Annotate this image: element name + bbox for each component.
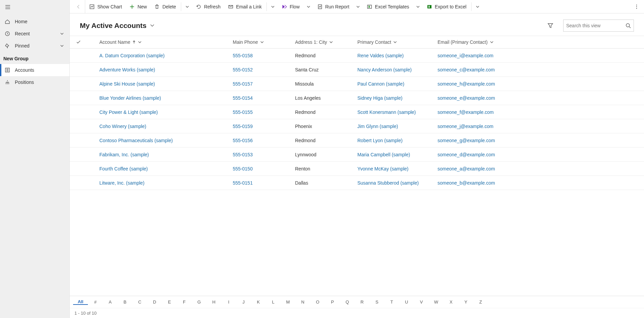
table-row[interactable]: A. Datum Corporation (sample)555-0158Red…: [70, 49, 644, 63]
column-account-name[interactable]: Account Name: [99, 39, 233, 45]
run-report-dropdown[interactable]: [353, 0, 363, 13]
jump-v[interactable]: V: [414, 299, 429, 305]
nav-pinned[interactable]: Pinned: [0, 40, 69, 52]
filter-button[interactable]: [544, 20, 556, 32]
email-link[interactable]: someone_d@example.com: [438, 152, 495, 157]
jump-k[interactable]: K: [251, 299, 266, 305]
jump-p[interactable]: P: [325, 299, 340, 305]
new-button[interactable]: New: [126, 0, 150, 13]
jump-i[interactable]: I: [221, 299, 236, 305]
table-row[interactable]: Alpine Ski House (sample)555-0157Missoul…: [70, 77, 644, 91]
email-link[interactable]: someone_a@example.com: [438, 166, 495, 171]
nav-accounts[interactable]: Accounts: [0, 64, 69, 76]
jump-t[interactable]: T: [384, 299, 399, 305]
account-name-link[interactable]: Contoso Pharmaceuticals (sample): [99, 138, 173, 143]
account-name-link[interactable]: Alpine Ski House (sample): [99, 81, 155, 87]
email-link[interactable]: someone_i@example.com: [438, 53, 493, 58]
jump-b[interactable]: B: [118, 299, 132, 305]
jump-g[interactable]: G: [192, 299, 206, 305]
nav-recent[interactable]: Recent: [0, 28, 69, 40]
table-row[interactable]: Coho Winery (sample)555-0159PhoenixJim G…: [70, 119, 644, 133]
contact-link[interactable]: Sidney Higa (sample): [357, 95, 402, 101]
jump-a[interactable]: A: [103, 299, 118, 305]
excel-templates-dropdown[interactable]: [413, 0, 423, 13]
contact-link[interactable]: Rene Valdes (sample): [357, 53, 404, 58]
search-box[interactable]: [563, 20, 634, 32]
hamburger-button[interactable]: [0, 0, 69, 15]
jump-#[interactable]: #: [88, 299, 103, 305]
contact-link[interactable]: Scott Konersmann (sample): [357, 109, 416, 115]
jump-e[interactable]: E: [162, 299, 177, 305]
email-link[interactable]: someone_f@example.com: [438, 109, 494, 115]
phone-link[interactable]: 555-0152: [233, 67, 253, 72]
contact-link[interactable]: Maria Campbell (sample): [357, 152, 410, 157]
email-link-dropdown[interactable]: [268, 0, 278, 13]
phone-link[interactable]: 555-0151: [233, 180, 253, 186]
delete-dropdown[interactable]: [183, 0, 192, 13]
refresh-button[interactable]: Refresh: [193, 0, 224, 13]
select-all-column[interactable]: [76, 39, 99, 45]
jump-x[interactable]: X: [444, 299, 458, 305]
jump-q[interactable]: Q: [340, 299, 355, 305]
table-row[interactable]: Litware, Inc. (sample)555-0151DallasSusa…: [70, 176, 644, 190]
jump-c[interactable]: C: [132, 299, 147, 305]
phone-link[interactable]: 555-0158: [233, 53, 253, 58]
jump-d[interactable]: D: [147, 299, 162, 305]
email-link-button[interactable]: Email a Link: [225, 0, 265, 13]
jump-n[interactable]: N: [295, 299, 310, 305]
view-selector[interactable]: My Active Accounts: [80, 22, 155, 30]
jump-r[interactable]: R: [355, 299, 369, 305]
account-name-link[interactable]: City Power & Light (sample): [99, 109, 158, 115]
phone-link[interactable]: 555-0153: [233, 152, 253, 157]
email-link[interactable]: someone_h@example.com: [438, 81, 495, 87]
phone-link[interactable]: 555-0157: [233, 81, 253, 87]
back-button[interactable]: [72, 0, 85, 13]
account-name-link[interactable]: Fourth Coffee (sample): [99, 166, 148, 171]
jump-w[interactable]: W: [429, 299, 444, 305]
email-link[interactable]: someone_j@example.com: [438, 124, 493, 129]
jump-u[interactable]: U: [399, 299, 414, 305]
overflow-button[interactable]: [631, 0, 642, 13]
jump-m[interactable]: M: [281, 299, 295, 305]
flow-button[interactable]: Flow: [278, 0, 303, 13]
contact-link[interactable]: Jim Glynn (sample): [357, 124, 398, 129]
table-row[interactable]: Fabrikam, Inc. (sample)555-0153LynnwoodM…: [70, 148, 644, 162]
email-link[interactable]: someone_e@example.com: [438, 95, 495, 101]
phone-link[interactable]: 555-0156: [233, 138, 253, 143]
phone-link[interactable]: 555-0154: [233, 95, 253, 101]
jump-l[interactable]: L: [266, 299, 281, 305]
export-excel-dropdown[interactable]: [473, 0, 482, 13]
account-name-link[interactable]: Coho Winery (sample): [99, 124, 146, 129]
table-row[interactable]: City Power & Light (sample)555-0155Redmo…: [70, 105, 644, 119]
contact-link[interactable]: Yvonne McKay (sample): [357, 166, 409, 171]
table-row[interactable]: Blue Yonder Airlines (sample)555-0154Los…: [70, 91, 644, 105]
jump-all[interactable]: All: [73, 299, 88, 305]
table-row[interactable]: Contoso Pharmaceuticals (sample)555-0156…: [70, 133, 644, 148]
nav-positions[interactable]: Positions: [0, 76, 69, 88]
phone-link[interactable]: 555-0150: [233, 166, 253, 171]
account-name-link[interactable]: Litware, Inc. (sample): [99, 180, 144, 186]
phone-link[interactable]: 555-0159: [233, 124, 253, 129]
email-link[interactable]: someone_c@example.com: [438, 67, 495, 72]
account-name-link[interactable]: Adventure Works (sample): [99, 67, 155, 72]
flow-dropdown[interactable]: [304, 0, 313, 13]
column-city[interactable]: Address 1: City: [295, 39, 357, 45]
column-main-phone[interactable]: Main Phone: [233, 39, 295, 45]
contact-link[interactable]: Robert Lyon (sample): [357, 138, 402, 143]
jump-j[interactable]: J: [236, 299, 251, 305]
email-link[interactable]: someone_g@example.com: [438, 138, 495, 143]
account-name-link[interactable]: Blue Yonder Airlines (sample): [99, 95, 161, 101]
contact-link[interactable]: Susanna Stubberod (sample): [357, 180, 419, 186]
jump-o[interactable]: O: [310, 299, 325, 305]
contact-link[interactable]: Paul Cannon (sample): [357, 81, 404, 87]
nav-home[interactable]: Home: [0, 15, 69, 28]
jump-z[interactable]: Z: [473, 299, 488, 305]
search-input[interactable]: [566, 23, 625, 28]
table-row[interactable]: Fourth Coffee (sample)555-0150RentonYvon…: [70, 162, 644, 176]
run-report-button[interactable]: Run Report: [314, 0, 353, 13]
show-chart-button[interactable]: Show Chart: [86, 0, 125, 13]
delete-button[interactable]: Delete: [151, 0, 179, 13]
excel-templates-button[interactable]: Excel Templates: [363, 0, 413, 13]
jump-h[interactable]: H: [206, 299, 221, 305]
export-excel-button[interactable]: Export to Excel: [423, 0, 470, 13]
